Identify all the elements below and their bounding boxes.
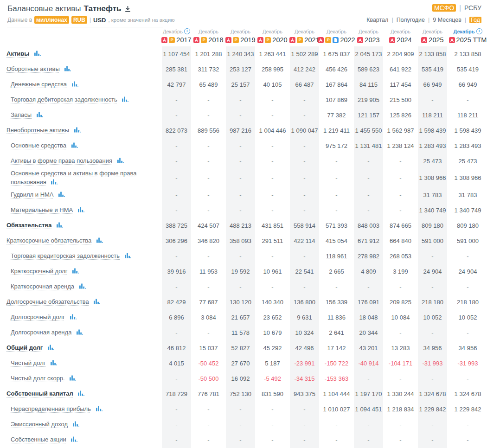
press-release-icon[interactable]: P <box>265 37 271 43</box>
row-label-link[interactable]: Долгосрочный долг <box>11 314 65 320</box>
bar-chart-icon[interactable] <box>96 406 103 411</box>
table-row: Эмиссионный доход ---------- <box>0 417 487 432</box>
bar-chart-icon[interactable] <box>79 283 86 289</box>
bar-chart-icon[interactable] <box>72 81 78 87</box>
currency-rub-button[interactable]: RUB <box>71 16 87 24</box>
pdf-icon[interactable] <box>318 37 324 43</box>
bar-chart-icon[interactable] <box>117 158 124 163</box>
value-cell: 9 631 <box>288 310 320 325</box>
bar-chart-icon[interactable] <box>37 112 43 117</box>
bar-chart-icon[interactable] <box>125 253 131 258</box>
bar-chart-icon[interactable] <box>71 142 78 148</box>
row-label-cell: Материальные и НМА <box>0 203 160 218</box>
pdf-icon[interactable] <box>389 37 395 43</box>
pdf-icon[interactable] <box>257 37 263 43</box>
standard-option-rsbu[interactable]: РСБУ <box>464 4 481 12</box>
pdf-icon[interactable] <box>225 37 231 43</box>
press-release-icon[interactable]: P <box>297 37 303 43</box>
download-icon[interactable] <box>125 6 131 12</box>
pdf-icon[interactable] <box>449 37 455 43</box>
pdf-icon[interactable] <box>357 37 363 43</box>
bar-chart-icon[interactable] <box>51 360 57 365</box>
bar-chart-icon[interactable] <box>51 179 58 185</box>
bar-chart-icon[interactable] <box>74 127 81 133</box>
row-label-link[interactable]: Активы <box>6 50 29 57</box>
pdf-icon[interactable] <box>193 37 199 43</box>
row-label-link[interactable]: Денежные средства <box>11 81 67 88</box>
row-label-link[interactable]: Долгосрочная аренда <box>11 329 71 336</box>
row-label-link[interactable]: Собственный капитал <box>6 390 73 397</box>
bar-chart-icon[interactable] <box>34 51 41 56</box>
bar-chart-icon[interactable] <box>94 299 100 304</box>
row-label-link[interactable]: Собственные акции <box>11 436 66 443</box>
row-label-link[interactable]: Запасы <box>11 111 32 118</box>
bar-chart-icon[interactable] <box>70 314 77 320</box>
press-release-icon[interactable]: P <box>201 37 207 43</box>
row-label-link[interactable]: Торговая дебиторская задолженность <box>11 96 117 103</box>
row-label-link[interactable]: Краткосрочная аренда <box>11 283 74 290</box>
row-label-link[interactable]: Торговая кредиторская задолженность <box>11 252 120 259</box>
row-label-link[interactable]: Активы в форме права пользования <box>11 157 112 164</box>
press-release-icon[interactable]: P <box>233 37 239 43</box>
value-cell: 219 905 <box>352 92 384 108</box>
bar-chart-icon[interactable] <box>48 345 54 350</box>
row-label-link[interactable]: Обязательства <box>6 222 52 229</box>
value-cell: 809 180 <box>417 218 449 233</box>
bar-chart-icon[interactable] <box>57 222 63 228</box>
row-label-link[interactable]: Краткосрочные обязательства <box>6 237 91 244</box>
bar-chart-icon[interactable] <box>70 375 76 381</box>
value-cell: -150 722 <box>320 356 352 371</box>
row-label-link[interactable]: Краткосрочный долг <box>11 268 67 275</box>
column-header: Декабрь2023 <box>352 27 384 46</box>
value-cell: 21 657 <box>224 310 256 325</box>
row-label-link[interactable]: Эмиссионный доход <box>11 421 68 428</box>
value-cell: 156 339 <box>320 294 352 310</box>
bar-chart-icon[interactable] <box>78 207 84 212</box>
bar-chart-icon[interactable] <box>72 268 79 274</box>
document-icon[interactable] <box>333 37 339 43</box>
period-option-4[interactable]: Год <box>469 17 481 23</box>
bar-chart-icon[interactable] <box>96 237 103 243</box>
info-icon[interactable] <box>184 28 190 34</box>
row-label-link[interactable]: Чистый долг <box>11 359 45 366</box>
row-label-link[interactable]: Долгосрочные обязательства <box>6 298 89 305</box>
pdf-icon[interactable] <box>161 37 167 43</box>
press-release-icon[interactable]: P <box>169 37 175 43</box>
standard-option-msfo[interactable]: МСФО <box>432 4 456 12</box>
bar-chart-icon[interactable] <box>122 96 128 102</box>
pdf-icon[interactable] <box>289 37 295 43</box>
separator: | <box>391 17 393 23</box>
table-row: Долгосрочная аренда --11 57810 67910 324… <box>0 325 487 340</box>
row-label-link[interactable]: Внеоборотные активы <box>6 127 69 134</box>
period-option-1[interactable]: Квартал <box>366 17 388 23</box>
bar-chart-icon[interactable] <box>73 421 79 427</box>
column-header: Декабрь2024 <box>384 27 417 46</box>
value-cell: 24 904 <box>449 264 487 279</box>
value-cell: 42 797 <box>160 77 192 92</box>
row-label-link[interactable]: Оборотные активы <box>6 65 60 72</box>
pdf-icon[interactable] <box>421 37 427 43</box>
value-cell: 589 623 <box>352 62 384 77</box>
value-cell: 1 340 749 <box>417 203 449 218</box>
bar-chart-icon[interactable] <box>58 192 65 197</box>
period-option-3[interactable]: 9 Месяцев <box>433 17 461 23</box>
units-millions-button[interactable]: миллионах <box>34 16 69 24</box>
bar-chart-icon[interactable] <box>64 66 71 71</box>
row-label-link[interactable]: Нераспределенная прибыль <box>11 405 91 412</box>
row-label-link[interactable]: Основные средства и активы в форме права… <box>11 170 137 186</box>
bar-chart-icon[interactable] <box>71 436 77 442</box>
bar-chart-icon[interactable] <box>78 390 84 396</box>
value-cell: 889 556 <box>192 123 224 138</box>
row-label-link[interactable]: Материальные и НМА <box>11 206 73 213</box>
bar-chart-icon[interactable] <box>77 329 83 335</box>
company-name: Татнефть <box>84 4 122 13</box>
period-option-2[interactable]: Полугодие <box>397 17 425 23</box>
press-release-icon[interactable]: P <box>325 37 331 43</box>
row-label-link[interactable]: Основные средства <box>11 142 66 149</box>
row-label-link[interactable]: Гудвилл и НМА <box>11 191 54 198</box>
row-label-link[interactable]: Чистый долг скорр. <box>11 375 65 382</box>
value-cell: 415 054 <box>320 233 352 249</box>
currency-usd-button[interactable]: USD <box>93 17 106 24</box>
row-label-link[interactable]: Общий долг <box>6 344 43 351</box>
info-icon[interactable] <box>476 28 482 34</box>
